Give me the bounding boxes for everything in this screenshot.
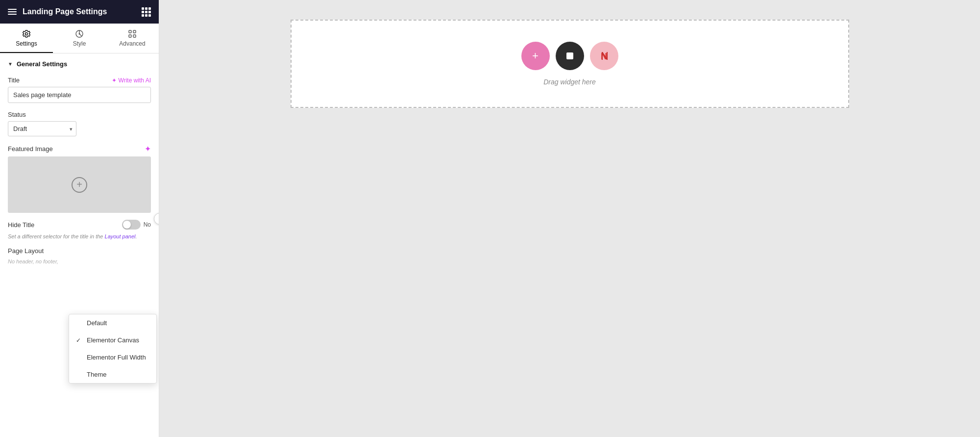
dropdown-item-elementor-full-width[interactable]: Elementor Full Width	[69, 349, 156, 366]
settings-icon	[22, 29, 31, 38]
svg-rect-6	[566, 52, 573, 59]
status-label: Status	[8, 111, 151, 118]
ai-stars-icon[interactable]: ✦	[145, 144, 151, 154]
dropdown-item-default[interactable]: Default	[69, 314, 156, 332]
style-icon	[75, 29, 84, 38]
write-ai-button[interactable]: ✦ Write with AI	[112, 77, 151, 84]
status-select[interactable]: Draft Published Private	[8, 121, 76, 136]
dropdown-item-elementor-full-width-label: Elementor Full Width	[87, 354, 146, 361]
general-settings-label: General Settings	[17, 60, 67, 68]
stop-icon	[564, 51, 575, 61]
dropdown-item-elementor-canvas[interactable]: ✓ Elementor Canvas	[69, 332, 156, 349]
svg-point-1	[79, 33, 80, 35]
svg-rect-5	[133, 35, 136, 37]
add-widget-button[interactable]: +	[521, 42, 550, 70]
title-label: Title	[8, 77, 20, 84]
page-layout-dropdown: Default ✓ Elementor Canvas Elementor Ful…	[69, 314, 157, 384]
svg-rect-4	[129, 35, 131, 37]
no-header-footer-text: No header, no footer,	[0, 257, 159, 266]
notch-widget-button[interactable]: N	[590, 42, 618, 70]
sidebar: Landing Page Settings Settings Style	[0, 0, 159, 437]
widget-icons-row: + N	[521, 42, 618, 70]
dropdown-item-elementor-canvas-label: Elementor Canvas	[87, 336, 139, 344]
dropdown-item-default-label: Default	[87, 319, 107, 327]
hide-title-label: Hide Title	[8, 221, 34, 229]
section-collapse-icon: ▼	[8, 61, 13, 67]
status-select-wrapper: Draft Published Private ▾	[8, 121, 76, 136]
grid-apps-icon[interactable]	[142, 7, 151, 17]
advanced-icon	[128, 29, 137, 38]
hide-title-toggle[interactable]	[122, 220, 141, 230]
hide-title-toggle-wrapper: No	[122, 220, 151, 230]
tabs-bar: Settings Style Advanced	[0, 24, 159, 53]
hide-title-row: Hide Title No	[0, 213, 159, 233]
status-field-group: Status Draft Published Private ▾	[0, 107, 159, 140]
image-upload-area[interactable]: +	[8, 156, 151, 213]
hint-text: Set a different selector for the title i…	[0, 233, 159, 243]
dropdown-item-theme[interactable]: Theme	[69, 366, 156, 383]
featured-image-label-row: Featured Image ✦	[0, 140, 159, 156]
svg-rect-3	[133, 30, 136, 33]
svg-text:N: N	[601, 51, 607, 61]
toggle-knob	[123, 221, 131, 229]
layout-panel-link[interactable]: Layout panel	[105, 233, 136, 239]
tab-settings-label: Settings	[16, 40, 37, 47]
sidebar-header: Landing Page Settings	[0, 0, 159, 24]
page-layout-row: Page Layout	[0, 243, 159, 257]
hamburger-menu-icon[interactable]	[8, 9, 17, 15]
page-layout-label: Page Layout	[8, 247, 44, 255]
tab-advanced-label: Advanced	[119, 40, 145, 47]
tab-advanced[interactable]: Advanced	[106, 24, 159, 53]
toggle-no-label: No	[144, 221, 151, 228]
checkmark-elementor-canvas: ✓	[76, 337, 83, 344]
widget-selector-button[interactable]	[556, 42, 584, 70]
canvas-frame: + N Drag widget here	[291, 20, 849, 108]
general-settings-header[interactable]: ▼ General Settings	[0, 53, 159, 73]
add-image-icon[interactable]: +	[72, 177, 87, 193]
title-label-row: Title ✦ Write with AI	[8, 77, 151, 84]
tab-style[interactable]: Style	[53, 24, 106, 53]
notch-n-icon: N	[596, 48, 612, 64]
canvas-area: + N Drag widget here	[159, 0, 980, 437]
page-title: Landing Page Settings	[23, 7, 136, 16]
featured-image-label: Featured Image	[8, 145, 53, 153]
tab-style-label: Style	[73, 40, 86, 47]
svg-rect-2	[129, 30, 131, 33]
tab-settings[interactable]: Settings	[0, 24, 53, 53]
title-input[interactable]	[8, 87, 151, 103]
title-field-group: Title ✦ Write with AI	[0, 73, 159, 107]
dropdown-item-theme-label: Theme	[87, 371, 106, 378]
drag-widget-label: Drag widget here	[543, 78, 596, 86]
